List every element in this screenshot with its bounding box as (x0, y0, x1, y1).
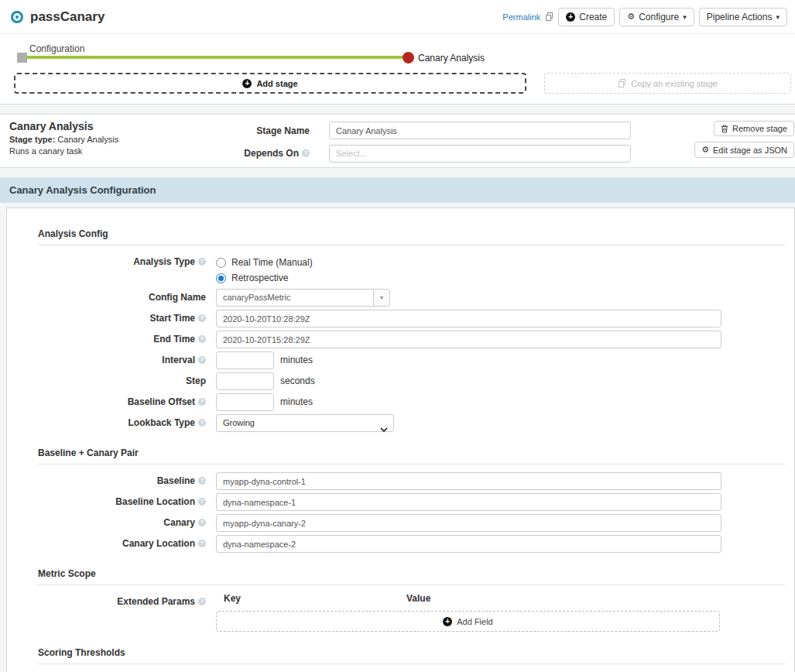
radio-real-time[interactable]: Real Time (Manual) (216, 255, 313, 270)
baseline-offset-input[interactable] (216, 393, 274, 411)
copy-existing-stage-label: Copy an existing stage (631, 79, 717, 88)
analysis-type-radio-group: Real Time (Manual) Retrospective (216, 253, 313, 286)
permalink-link[interactable]: Permalink (502, 12, 540, 22)
lookback-type-row: Lookback Type? Growing (7, 414, 794, 432)
copy-existing-stage-button[interactable]: Copy an existing stage (544, 73, 791, 94)
pipeline-actions-label: Pipeline Actions (707, 12, 773, 22)
configure-button-label: Configure (639, 12, 679, 22)
end-time-label: End Time? (7, 331, 216, 348)
baseline-location-label: Baseline Location? (7, 493, 216, 511)
config-name-select[interactable]: canaryPassMetric ▾ (216, 289, 390, 307)
caret-down-icon: ▾ (683, 13, 687, 21)
pipeline-title: passCanary (30, 9, 105, 25)
help-icon: ? (198, 540, 206, 547)
end-time-input[interactable] (216, 331, 721, 348)
interval-input[interactable] (216, 351, 274, 369)
caret-down-icon: ▾ (380, 294, 383, 301)
remove-stage-button[interactable]: Remove stage (714, 121, 794, 136)
end-time-row: End Time? (7, 331, 794, 348)
radio-retrospective-control[interactable] (216, 273, 226, 283)
baseline-canary-heading: Baseline + Canary Pair (38, 447, 785, 465)
copy-icon (618, 79, 626, 87)
canary-location-input[interactable] (216, 535, 721, 553)
extended-params-editor: Key Value + Add Field (216, 593, 720, 632)
pipeline-config-header: passCanary Permalink + Create ⚙ Configur… (0, 0, 795, 105)
pipeline-actions-button[interactable]: Pipeline Actions ▾ (699, 8, 787, 26)
combo-caret-button[interactable]: ▾ (373, 289, 390, 307)
stage-name-label: Stage Name (232, 125, 310, 136)
analysis-type-row: Analysis Type? Real Time (Manual) Retros… (7, 253, 794, 286)
gear-icon: ⚙ (701, 145, 709, 155)
step-unit: seconds (280, 372, 315, 390)
baseline-offset-row: Baseline Offset? minutes (7, 393, 794, 411)
lookback-type-label: Lookback Type? (7, 414, 216, 432)
metric-scope-heading: Metric Scope (38, 568, 785, 585)
create-button[interactable]: + Create (558, 8, 615, 26)
extended-params-label: Extended Params? (7, 593, 216, 611)
help-icon: ? (198, 335, 206, 343)
configure-button[interactable]: ⚙ Configure ▾ (619, 8, 694, 26)
radio-real-time-control[interactable] (216, 258, 226, 268)
depends-on-select[interactable]: Select... (329, 145, 631, 163)
stage-buttons-row: + Add stage Copy an existing stage (0, 71, 795, 94)
stage-name-input[interactable] (329, 122, 631, 139)
canary-analysis-node[interactable] (403, 52, 414, 63)
remove-stage-label: Remove stage (732, 124, 787, 133)
configuration-node-label[interactable]: Configuration (29, 43, 84, 54)
canary-analysis-form-panel: Analysis Config Analysis Type? Real Time… (6, 207, 795, 672)
step-label: Step (7, 372, 216, 390)
lookback-type-select[interactable]: Growing (216, 414, 394, 432)
stage-description: Runs a canary task (9, 146, 118, 156)
add-field-label: Add Field (457, 617, 492, 626)
trash-icon (721, 125, 728, 133)
plus-icon: + (566, 12, 575, 22)
canary-location-label: Canary Location? (7, 535, 216, 553)
add-stage-button[interactable]: + Add stage (14, 73, 526, 94)
stage-details-strip: Canary Analysis Stage type: Canary Analy… (0, 114, 795, 168)
lookback-type-value: Growing (223, 418, 255, 427)
canary-location-row: Canary Location? (7, 535, 794, 553)
help-icon: ? (302, 149, 310, 157)
stage-action-buttons: Remove stage ⚙ Edit stage as JSON (694, 121, 794, 158)
help-icon: ? (198, 258, 206, 266)
edit-stage-json-label: Edit stage as JSON (713, 146, 787, 155)
stage-type-line: Stage type: Canary Analysis (9, 135, 118, 144)
help-icon: ? (198, 419, 206, 427)
baseline-location-row: Baseline Location? (7, 493, 794, 511)
baseline-offset-label: Baseline Offset? (7, 393, 216, 411)
config-name-value: canaryPassMetric (216, 289, 373, 307)
key-column-header: Key (216, 593, 406, 604)
canary-input[interactable] (216, 514, 721, 532)
baseline-input[interactable] (216, 472, 721, 490)
depends-on-placeholder: Select... (336, 149, 367, 158)
stage-summary: Canary Analysis Stage type: Canary Analy… (9, 120, 118, 156)
edit-stage-json-button[interactable]: ⚙ Edit stage as JSON (694, 142, 794, 158)
canary-label: Canary? (7, 514, 216, 532)
create-button-label: Create (579, 12, 607, 22)
radio-retrospective[interactable]: Retrospective (216, 270, 313, 286)
copy-permalink-icon[interactable] (545, 12, 553, 21)
add-field-button[interactable]: + Add Field (216, 611, 720, 632)
interval-label: Interval? (7, 351, 216, 369)
interval-row: Interval? minutes (7, 351, 794, 369)
baseline-location-input[interactable] (216, 493, 721, 511)
stage-type-value: Canary Analysis (57, 135, 118, 144)
baseline-offset-unit: minutes (280, 393, 313, 411)
analysis-type-label: Analysis Type? (7, 253, 216, 271)
start-time-input[interactable] (216, 310, 721, 327)
radio-real-time-label: Real Time (Manual) (231, 257, 313, 268)
pipeline-graph-line (26, 56, 407, 59)
help-icon: ? (198, 498, 206, 506)
step-input[interactable] (216, 372, 274, 390)
config-name-row: Config Name canaryPassMetric ▾ (7, 289, 794, 307)
canary-analysis-node-label[interactable]: Canary Analysis (418, 53, 485, 63)
start-time-label: Start Time? (7, 310, 216, 327)
start-time-row: Start Time? (7, 310, 794, 327)
caret-down-icon: ▾ (776, 13, 780, 21)
help-icon: ? (198, 398, 206, 406)
config-name-label: Config Name (7, 289, 216, 307)
baseline-row: Baseline? (7, 472, 794, 490)
stage-type-label: Stage type: (9, 135, 55, 144)
interval-unit: minutes (280, 351, 313, 369)
help-icon: ? (198, 519, 206, 526)
